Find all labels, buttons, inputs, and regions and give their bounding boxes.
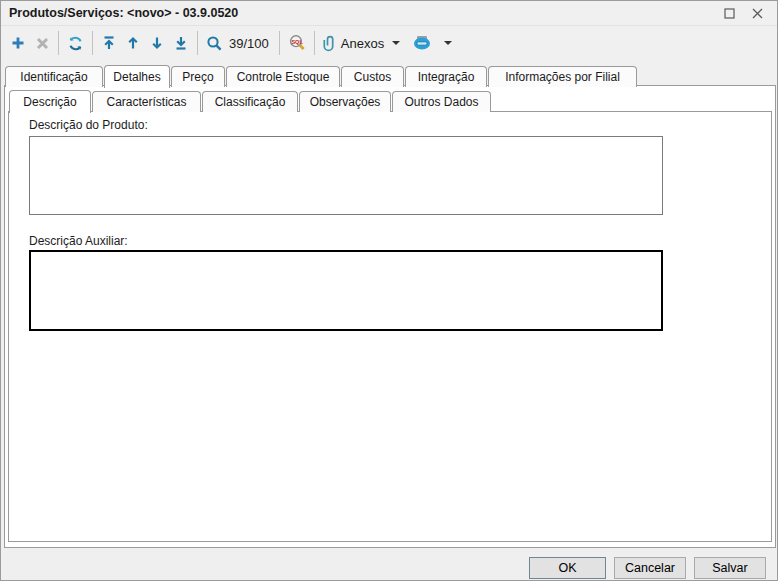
tab-label: Custos — [354, 70, 391, 84]
arrow-first-icon — [101, 35, 117, 51]
tab-caracteristicas[interactable]: Características — [92, 91, 201, 112]
toolbar-separator — [279, 31, 280, 55]
window-title: Produtos/Serviços: <novo> - 03.9.0520 — [1, 6, 715, 20]
print-button[interactable] — [408, 30, 436, 56]
tab-label: Observações — [310, 95, 381, 109]
main-tabstrip: Identificação Detalhes Preço Controle Es… — [5, 64, 638, 87]
tab-label: Controle Estoque — [237, 70, 330, 84]
paperclip-icon — [323, 35, 337, 52]
printer-icon — [412, 34, 432, 52]
sql-search-button[interactable]: SQL — [284, 30, 310, 56]
titlebar: Produtos/Serviços: <novo> - 03.9.0520 — [1, 1, 777, 26]
tab-label: Identificação — [20, 70, 87, 84]
toolbar-separator — [314, 31, 315, 55]
last-record-button[interactable] — [169, 30, 193, 56]
refresh-button[interactable] — [63, 30, 88, 56]
anexos-label: Anexos — [341, 36, 384, 51]
close-icon — [752, 8, 763, 19]
tab-preco[interactable]: Preço — [171, 66, 225, 87]
tab-identificacao[interactable]: Identificação — [5, 66, 103, 87]
print-dropdown-caret-icon — [444, 41, 452, 45]
tab-integracao[interactable]: Integração — [405, 66, 487, 87]
tab-label: Características — [106, 95, 186, 109]
arrow-up-icon — [125, 35, 141, 51]
maximize-icon — [724, 8, 735, 19]
anexos-dropdown-caret-icon — [392, 41, 400, 45]
tab-detalhes[interactable]: Detalhes — [104, 65, 170, 88]
next-record-button[interactable] — [145, 30, 169, 56]
previous-record-button[interactable] — [121, 30, 145, 56]
toolbar-separator — [58, 31, 59, 55]
tab-outros-dados[interactable]: Outros Dados — [392, 91, 491, 112]
svg-text:SQL: SQL — [291, 39, 303, 45]
descricao-produto-label: Descrição do Produto: — [29, 118, 148, 132]
tab-classificacao[interactable]: Classificação — [202, 91, 298, 112]
print-options-button[interactable] — [436, 30, 460, 56]
add-record-button[interactable] — [6, 30, 30, 56]
tab-label: Outros Dados — [404, 95, 478, 109]
tab-custos[interactable]: Custos — [341, 66, 404, 87]
tab-label: Classificação — [215, 95, 286, 109]
search-icon — [206, 35, 223, 52]
save-button[interactable]: Salvar — [694, 557, 766, 579]
tab-observacoes[interactable]: Observações — [299, 91, 391, 112]
delete-x-icon — [35, 36, 50, 51]
search-button[interactable] — [202, 30, 227, 56]
tab-label: Preço — [182, 70, 213, 84]
sql-search-icon: SQL — [288, 34, 306, 52]
descricao-auxiliar-textarea[interactable] — [29, 250, 663, 331]
cancel-button[interactable]: Cancelar — [614, 557, 686, 579]
delete-record-button[interactable] — [30, 30, 54, 56]
ok-button[interactable]: OK — [529, 557, 606, 579]
tab-label: Integração — [418, 70, 475, 84]
descricao-auxiliar-label: Descrição Auxiliar: — [29, 234, 128, 248]
tab-label: Descrição — [23, 95, 76, 109]
close-button[interactable] — [743, 3, 771, 23]
arrow-last-icon — [173, 35, 189, 51]
maximize-button[interactable] — [715, 3, 743, 23]
tab-descricao[interactable]: Descrição — [9, 90, 91, 113]
tab-label: Detalhes — [113, 70, 160, 84]
sub-tabstrip: Descrição Características Classificação … — [9, 89, 492, 112]
app-window: Produtos/Serviços: <novo> - 03.9.0520 — [0, 0, 778, 581]
tab-label: Informações por Filial — [505, 70, 620, 84]
anexos-button[interactable]: Anexos — [319, 30, 408, 56]
toolbar-separator — [197, 31, 198, 55]
arrow-down-icon — [149, 35, 165, 51]
record-counter: 39/100 — [227, 36, 275, 51]
tab-informacoes-por-filial[interactable]: Informações por Filial — [488, 66, 637, 87]
toolbar-separator — [92, 31, 93, 55]
tab-controle-estoque[interactable]: Controle Estoque — [226, 66, 340, 87]
descricao-produto-textarea[interactable] — [29, 136, 663, 215]
plus-icon — [10, 35, 26, 51]
toolbar: 39/100 SQL Anexos — [1, 27, 777, 59]
refresh-icon — [67, 35, 84, 52]
first-record-button[interactable] — [97, 30, 121, 56]
